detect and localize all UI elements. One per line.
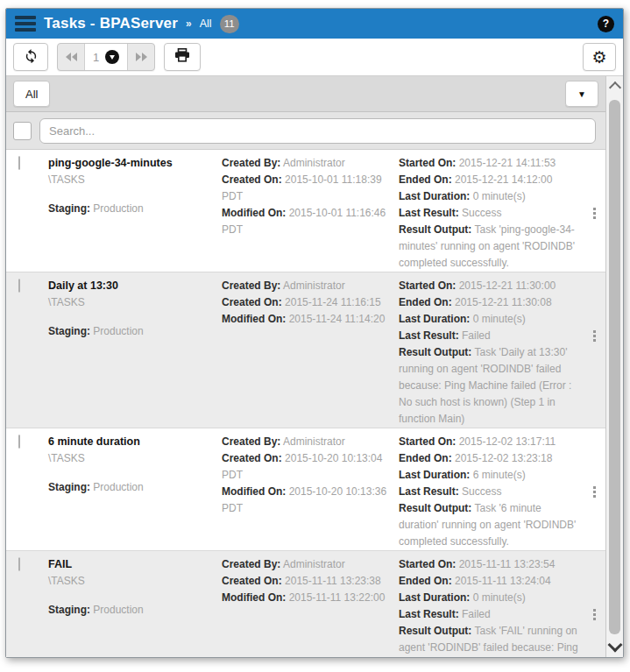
page-dropdown-icon[interactable] <box>105 50 119 64</box>
task-path: \TASKS <box>48 294 222 311</box>
staging-label: Staging: <box>48 604 90 616</box>
app-window: Tasks - BPAServer » All 11 ? 1 <box>5 8 624 658</box>
result-output-label: Result Output: <box>399 625 471 637</box>
created-by-value: Administrator <box>283 558 345 570</box>
created-on-value: 2015-11-24 11:16:15 <box>285 296 381 308</box>
last-result-label: Last Result: <box>399 207 459 219</box>
help-icon[interactable]: ? <box>598 16 614 32</box>
modified-on-value: 2015-11-11 13:22:00 <box>289 591 386 604</box>
last-result-label: Last Result: <box>399 329 459 342</box>
row-menu-kebab-icon[interactable] <box>591 485 598 499</box>
last-duration-label: Last Duration: <box>399 591 470 604</box>
staging-value: Production <box>93 481 143 493</box>
last-duration-value: 0 minute(s) <box>473 313 526 325</box>
row-checkbox[interactable] <box>18 435 20 449</box>
next-page-button[interactable] <box>128 44 154 70</box>
row-checkbox[interactable] <box>18 557 20 571</box>
created-by-value: Administrator <box>283 435 345 448</box>
task-name: FAIL <box>48 556 222 573</box>
modified-on-label: Modified On: <box>222 485 286 498</box>
previous-page-button[interactable] <box>58 44 84 70</box>
ended-on-label: Ended On: <box>399 452 452 464</box>
row-checkbox[interactable] <box>18 156 20 170</box>
select-all-checkbox[interactable] <box>13 122 32 140</box>
last-result-value: Failed <box>462 329 491 342</box>
created-on-label: Created On: <box>222 575 282 587</box>
scroll-down-icon[interactable] <box>607 638 622 653</box>
double-left-arrow-icon <box>66 53 71 61</box>
task-list: ping-google-34-minutes \TASKS Staging: P… <box>6 150 605 657</box>
started-on-value: 2015-12-02 13:17:11 <box>459 435 556 448</box>
last-result-label: Last Result: <box>399 608 459 620</box>
scrollbar-thumb[interactable] <box>609 100 620 634</box>
modified-on-value: 2015-11-24 11:14:20 <box>289 313 386 325</box>
chevron-down-icon: ▼ <box>577 89 586 99</box>
tab-all[interactable]: All <box>13 81 50 107</box>
task-row: 6 minute duration \TASKS Staging: Produc… <box>6 428 605 551</box>
task-row: Daily at 13:30 \TASKS Staging: Productio… <box>6 272 605 428</box>
refresh-button[interactable] <box>13 43 48 71</box>
staging-label: Staging: <box>48 481 90 493</box>
started-on-label: Started On: <box>399 558 456 570</box>
result-output-label: Result Output: <box>399 502 471 514</box>
ended-on-value: 2015-12-21 11:30:08 <box>455 296 552 308</box>
page-select[interactable]: 1 <box>84 44 128 70</box>
last-duration-value: 6 minute(s) <box>473 469 526 481</box>
ended-on-label: Ended On: <box>399 575 452 587</box>
breadcrumb-separator: » <box>186 18 192 30</box>
result-output-label: Result Output: <box>399 346 471 358</box>
created-by-label: Created By: <box>222 558 280 570</box>
ended-on-label: Ended On: <box>399 173 452 186</box>
started-on-value: 2015-11-11 13:23:54 <box>459 558 556 570</box>
started-on-value: 2015-12-21 11:30:00 <box>459 279 556 292</box>
staging-value: Production <box>93 202 143 215</box>
filter-dropdown-button[interactable]: ▼ <box>565 81 598 107</box>
scroll-up-icon[interactable] <box>608 81 620 94</box>
modified-on-label: Modified On: <box>222 591 286 604</box>
ended-on-value: 2015-12-21 14:12:00 <box>455 173 552 186</box>
row-menu-kebab-icon[interactable] <box>591 607 598 622</box>
task-path: \TASKS <box>48 172 222 188</box>
ended-on-value: 2015-11-11 13:24:04 <box>455 575 551 587</box>
task-name: Daily at 13:30 <box>48 278 222 294</box>
task-row: ping-google-34-minutes \TASKS Staging: P… <box>6 150 605 272</box>
created-by-label: Created By: <box>222 279 280 292</box>
ended-on-value: 2015-12-02 13:23:18 <box>455 452 552 464</box>
row-menu-kebab-icon[interactable] <box>591 206 598 221</box>
last-duration-value: 0 minute(s) <box>473 190 526 202</box>
menu-hamburger-icon[interactable] <box>15 14 36 33</box>
print-button[interactable] <box>164 43 201 71</box>
last-duration-label: Last Duration: <box>399 190 470 202</box>
last-result-value: Failed <box>462 608 491 620</box>
task-path: \TASKS <box>48 573 222 590</box>
pagination-control: 1 <box>57 43 155 71</box>
last-duration-value: 0 minute(s) <box>473 591 526 604</box>
started-on-label: Started On: <box>399 435 456 448</box>
created-on-label: Created On: <box>222 452 282 464</box>
last-result-value: Success <box>462 207 501 219</box>
created-by-value: Administrator <box>283 279 345 292</box>
settings-button[interactable]: ⚙ <box>583 43 616 71</box>
started-on-label: Started On: <box>399 279 456 292</box>
task-count-badge: 11 <box>220 15 239 33</box>
task-name: ping-google-34-minutes <box>48 155 222 172</box>
vertical-scrollbar[interactable] <box>605 76 623 657</box>
started-on-value: 2015-12-21 14:11:53 <box>459 157 556 169</box>
staging-value: Production <box>93 604 143 616</box>
last-result-value: Success <box>462 485 501 498</box>
app-header: Tasks - BPAServer » All 11 ? <box>6 9 623 39</box>
row-checkbox[interactable] <box>18 279 20 293</box>
last-duration-label: Last Duration: <box>399 469 470 481</box>
page-title: Tasks - BPAServer <box>44 15 178 32</box>
row-menu-kebab-icon[interactable] <box>591 329 598 343</box>
breadcrumb-crumb: All <box>200 18 212 30</box>
toolbar: 1 ⚙ <box>6 39 623 76</box>
started-on-label: Started On: <box>399 157 456 169</box>
search-input[interactable] <box>39 118 596 144</box>
modified-on-label: Modified On: <box>222 207 286 219</box>
last-duration-label: Last Duration: <box>399 313 470 325</box>
staging-label: Staging: <box>48 325 90 337</box>
result-output-label: Result Output: <box>399 223 471 236</box>
created-on-label: Created On: <box>222 296 282 308</box>
task-name: 6 minute duration <box>48 434 222 450</box>
